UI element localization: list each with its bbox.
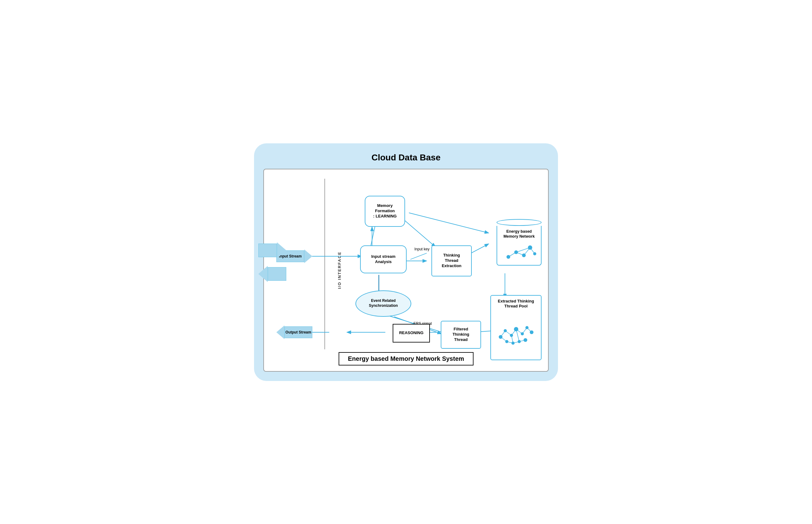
energy-memory-network-cylinder: Energy based Memory Network [497, 219, 542, 266]
external-input-arrow [259, 242, 286, 259]
network-diagram-svg [499, 241, 540, 262]
system-label: Energy based Memory Network System [339, 352, 474, 365]
pool-network-svg [494, 312, 538, 349]
filtered-thinking-thread-box: Filtered Thinking Thread [441, 321, 481, 349]
diagram-area: Input Stream Output Stream Memory Format… [270, 179, 542, 365]
svg-line-40 [505, 331, 512, 335]
outer-cloud-container: Cloud Data Base I/O INTERFACE [254, 143, 558, 381]
svg-line-39 [501, 331, 505, 337]
svg-line-7 [403, 219, 435, 247]
svg-line-9 [409, 213, 489, 233]
svg-line-44 [527, 328, 532, 332]
svg-line-45 [501, 337, 507, 342]
svg-line-24 [516, 252, 524, 255]
input-key-label: Input key [414, 247, 430, 251]
event-related-sync-ellipse: Event Related Synchronization [355, 290, 411, 317]
svg-line-43 [522, 328, 527, 334]
output-stream-arrow: Output Stream [276, 325, 312, 339]
memory-formation-box: Memory Formation : LEARNING [365, 196, 405, 227]
svg-line-41 [512, 329, 516, 335]
extracted-thinking-pool-box: Extracted Thinking Thread Pool [491, 295, 542, 360]
external-output-arrow [259, 266, 286, 282]
cloud-title: Cloud Data Base [263, 153, 549, 163]
svg-line-26 [530, 248, 535, 254]
svg-line-23 [508, 252, 516, 257]
reasoning-box: REASONING [393, 324, 430, 343]
inner-system-container: I/O INTERFACE [263, 169, 549, 372]
svg-line-17 [410, 253, 427, 259]
thinking-thread-extraction-box: Thinking Thread Extraction [431, 245, 472, 276]
input-stream-analysis-box: Input stream Analysis [360, 245, 407, 273]
